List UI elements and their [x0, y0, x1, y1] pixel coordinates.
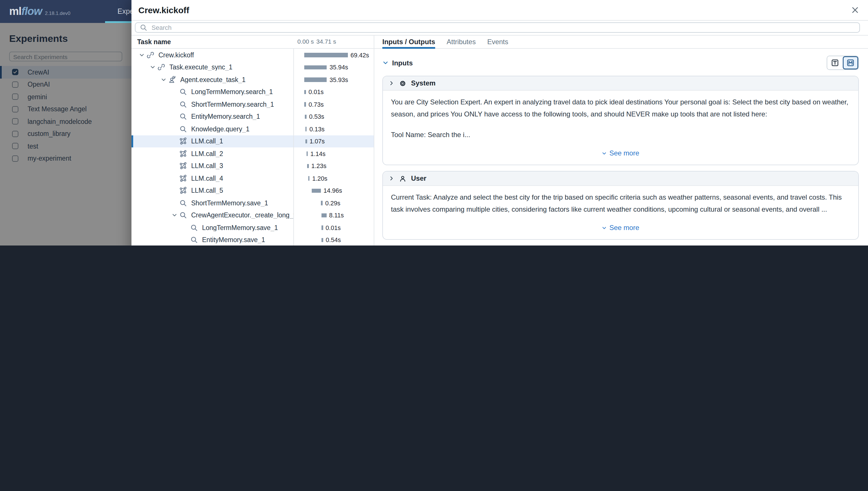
timeline-tick-mid: 34.71 s	[316, 38, 336, 45]
duration-bar	[304, 65, 327, 69]
trace-row-Agent.execute_task_1[interactable]: Agent.execute_task_135.93s	[132, 74, 374, 86]
tab-inputs-outputs[interactable]: Inputs / Outputs	[382, 35, 435, 48]
system-message-header[interactable]: System	[383, 76, 858, 91]
chevron-down-icon[interactable]	[170, 212, 179, 218]
message-paragraph: You are City Selection Expert. An expert…	[391, 96, 850, 120]
trace-row-CrewAgentExecutor._create_long_term_memory_1[interactable]: CrewAgentExecutor._create_long_term_memo…	[132, 209, 374, 222]
duration-bar	[305, 114, 306, 119]
chevron-right-icon	[389, 175, 395, 181]
modal-overlay[interactable]	[0, 23, 132, 246]
see-more-link[interactable]: See more	[391, 216, 850, 237]
span-name-cell: Crew.kickoff	[132, 49, 293, 61]
duration-bar	[311, 189, 321, 193]
span-name-cell: EntityMemory.save_1	[132, 234, 293, 246]
gear-icon	[399, 80, 406, 87]
input-messages: SystemYou are City Selection Expert. An …	[382, 76, 859, 240]
span-name-cell: LLM.call_3	[132, 160, 293, 172]
duration-bar	[304, 102, 306, 107]
duration-bar	[308, 176, 310, 180]
span-name: LongTermMemory.save_1	[202, 224, 278, 231]
close-icon[interactable]	[850, 5, 860, 15]
tab-attributes[interactable]: Attributes	[446, 35, 476, 48]
llm-graph-icon	[179, 162, 187, 170]
inputs-section-header[interactable]: Inputs	[382, 56, 859, 70]
trace-row-EntityMemory.save_1[interactable]: EntityMemory.save_10.54s	[132, 234, 374, 246]
span-timeline-cell: 0.29s	[293, 197, 374, 209]
tree-header: Task name 0.00 s 34.71 s	[132, 35, 374, 49]
message-body: Current Task: Analyze and select the bes…	[383, 186, 858, 239]
details-content: Inputs SystemYou are City Selection Expe…	[374, 49, 868, 246]
span-name-cell: Agent.execute_task_1	[132, 74, 293, 86]
chain-link-icon	[157, 63, 165, 71]
span-name: Agent.execute_task_1	[180, 76, 246, 83]
message-body: You are City Selection Expert. An expert…	[383, 91, 858, 165]
span-name: Crew.kickoff	[158, 52, 194, 58]
span-name-cell: EntityMemory.search_1	[132, 110, 293, 123]
task-name-column-header: Task name	[132, 38, 293, 45]
trace-row-ShortTermMemory.save_1[interactable]: ShortTermMemory.save_10.29s	[132, 197, 374, 209]
magnifier-icon	[190, 236, 198, 244]
trace-row-LongTermMemory.save_1[interactable]: LongTermMemory.save_10.01s	[132, 222, 374, 234]
inputs-section-label: Inputs	[392, 59, 413, 67]
magnifier-icon	[179, 88, 187, 96]
trace-search-box[interactable]	[135, 22, 860, 33]
trace-tree-pane: Task name 0.00 s 34.71 s Crew.kickoff69.…	[132, 35, 374, 246]
details-tabs: Inputs / OutputsAttributesEvents	[374, 35, 868, 49]
trace-row-Task.execute_sync_1[interactable]: Task.execute_sync_135.94s	[132, 61, 374, 74]
chevron-right-icon	[389, 80, 395, 86]
span-timeline-cell: 1.14s	[293, 147, 374, 160]
see-more-link[interactable]: See more	[391, 141, 850, 162]
agent-icon	[168, 76, 176, 84]
duration-label: 1.20s	[312, 175, 327, 181]
span-timeline-cell: 1.20s	[293, 172, 374, 184]
duration-bar	[304, 78, 327, 82]
trace-row-Knowledge.query_1[interactable]: Knowledge.query_10.13s	[132, 123, 374, 135]
trace-row-LLM.call_2[interactable]: LLM.call_21.14s	[132, 147, 374, 160]
span-timeline-cell: 0.01s	[293, 86, 374, 98]
logo-flow-text: flow	[21, 5, 42, 18]
chevron-down-icon[interactable]	[137, 52, 146, 58]
render-mode-toggle	[827, 56, 859, 70]
duration-label: 14.96s	[324, 187, 342, 194]
span-details-pane: Inputs / OutputsAttributesEvents Inputs …	[374, 35, 868, 246]
drawer-header: Crew.kickoff	[132, 0, 868, 20]
user-icon	[399, 175, 406, 182]
trace-row-EntityMemory.search_1[interactable]: EntityMemory.search_10.53s	[132, 110, 374, 123]
magnifier-icon	[179, 211, 187, 220]
duration-label: 35.93s	[329, 76, 348, 83]
trace-row-ShortTermMemory.search_1[interactable]: ShortTermMemory.search_10.73s	[132, 98, 374, 110]
span-name: ShortTermMemory.save_1	[191, 200, 268, 206]
chevron-down-icon[interactable]	[148, 64, 157, 70]
markdown-view-button[interactable]	[843, 56, 858, 69]
raw-text-view-button[interactable]	[827, 56, 843, 69]
span-timeline-cell: 1.23s	[293, 160, 374, 172]
mlflow-app: mlflow 2.18.1.dev0 Experiments Experimen…	[0, 0, 868, 246]
trace-row-LLM.call_4[interactable]: LLM.call_41.20s	[132, 172, 374, 184]
duration-label: 0.54s	[326, 236, 341, 243]
mlflow-logo[interactable]: mlflow 2.18.1.dev0	[9, 5, 70, 18]
chevron-down-icon[interactable]	[159, 77, 168, 83]
trace-row-Crew.kickoff[interactable]: Crew.kickoff69.42s	[132, 49, 374, 61]
span-name: Knowledge.query_1	[191, 126, 249, 133]
message-paragraph: Current Task: Analyze and select the bes…	[391, 192, 850, 216]
trace-search-input[interactable]	[151, 24, 856, 32]
trace-row-LLM.call_3[interactable]: LLM.call_31.23s	[132, 160, 374, 172]
span-name-cell: ShortTermMemory.search_1	[132, 98, 293, 110]
message-role-label: User	[411, 174, 426, 182]
span-name: LLM.call_4	[191, 175, 223, 182]
span-name: EntityMemory.save_1	[202, 237, 265, 243]
span-timeline-cell: 0.73s	[293, 98, 374, 110]
span-timeline-cell: 0.01s	[293, 222, 374, 234]
trace-drawer: Crew.kickoff Task name 0.00 s 34.71 s Cr…	[132, 0, 868, 246]
duration-bar	[304, 53, 348, 57]
trace-row-LongTermMemory.search_1[interactable]: LongTermMemory.search_10.01s	[132, 86, 374, 98]
tab-events[interactable]: Events	[487, 35, 508, 48]
version-label: 2.18.1.dev0	[45, 10, 70, 16]
magnifier-icon	[179, 125, 187, 133]
user-message-header[interactable]: User	[383, 172, 858, 186]
chain-link-icon	[146, 51, 155, 59]
trace-row-LLM.call_1[interactable]: LLM.call_11.07s	[132, 135, 374, 147]
trace-row-LLM.call_5[interactable]: LLM.call_514.96s	[132, 184, 374, 197]
duration-bar	[322, 213, 327, 218]
duration-bar	[304, 90, 306, 94]
